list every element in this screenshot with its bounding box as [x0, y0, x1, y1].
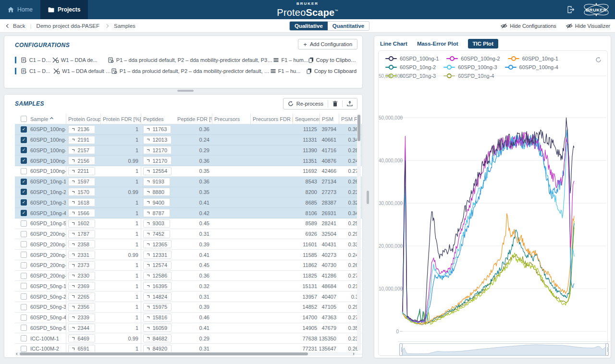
- navigator-right-handle[interactable]: [605, 343, 609, 356]
- row-checkbox[interactable]: [21, 252, 27, 258]
- table-row[interactable]: ✓60SPD_100ng-321571121700.2911390417160.…: [15, 146, 362, 156]
- table-row[interactable]: 60SPD_200ng-323310.99123310.411158540273…: [15, 250, 362, 260]
- column-header-sequences[interactable]: Sequences: [293, 114, 320, 124]
- hide-configurations-button[interactable]: Hide Configurations: [501, 23, 556, 29]
- protein-groups-expand-chip[interactable]: 6469: [68, 334, 95, 342]
- peptides-expand-chip[interactable]: 12170: [143, 146, 172, 154]
- tab-mass-error-plot[interactable]: Mass-Error Plot: [417, 39, 458, 49]
- row-checkbox[interactable]: [21, 220, 27, 227]
- row-checkbox[interactable]: ✓: [21, 126, 27, 133]
- protein-groups-expand-chip[interactable]: 2136: [68, 125, 95, 133]
- protein-groups-expand-chip[interactable]: 1597: [68, 178, 95, 186]
- logout-icon[interactable]: [567, 6, 576, 13]
- table-row[interactable]: 60SPD_50ng-323561159750.3914852471050.29: [15, 302, 362, 313]
- protein-groups-expand-chip[interactable]: 2156: [68, 157, 95, 165]
- protein-groups-expand-chip[interactable]: 2369: [68, 282, 95, 290]
- table-row[interactable]: 60SPD_200ng-11787174520.316926325040.29: [15, 229, 362, 240]
- panel-resize-handle-horizontal[interactable]: [177, 90, 194, 92]
- export-samples-button[interactable]: [343, 98, 357, 109]
- copy-to-clipboard-button[interactable]: Copy to Clipboard: [307, 68, 357, 74]
- table-row[interactable]: 60SPD_200ng-523301125860.3611825412860.2…: [15, 271, 362, 281]
- table-row[interactable]: 60SPD_50ng-423391158160.4614700473630.27: [15, 313, 362, 323]
- row-checkbox[interactable]: [21, 262, 27, 268]
- row-checkbox[interactable]: ✓: [21, 158, 27, 164]
- column-header-precursors[interactable]: Precursors: [212, 114, 250, 124]
- protein-groups-expand-chip[interactable]: 2344: [68, 324, 95, 332]
- column-header-protein-groups[interactable]: Protein Groups: [66, 114, 100, 124]
- peptides-expand-chip[interactable]: 12365: [143, 240, 172, 248]
- protein-groups-expand-chip[interactable]: 2331: [68, 251, 95, 259]
- table-vertical-scrollbar[interactable]: [357, 114, 361, 351]
- protein-groups-expand-chip[interactable]: 2339: [68, 314, 95, 322]
- peptides-expand-chip[interactable]: 12586: [143, 272, 172, 280]
- column-header-psm[interactable]: PSM: [320, 114, 339, 124]
- peptides-expand-chip[interactable]: 8880: [143, 188, 170, 196]
- peptides-expand-chip[interactable]: 16395: [143, 282, 172, 290]
- peptides-expand-chip[interactable]: 9193: [143, 178, 170, 186]
- column-header-protein-fdr-[interactable]: Protein FDR [%]: [100, 114, 141, 124]
- configuration-row[interactable]: C1 – DD...W1 – DDA de...P1 – dda proluci…: [15, 54, 357, 65]
- table-row[interactable]: ✓60SPD_100ng-121361117630.3611125397940.…: [15, 124, 362, 135]
- configuration-row[interactable]: C1 – D...W1 – DDA default tem...P1 – dda…: [15, 65, 357, 76]
- navigator-left-handle[interactable]: [399, 343, 403, 356]
- protein-groups-expand-chip[interactable]: 2373: [68, 261, 95, 269]
- row-checkbox[interactable]: [21, 293, 27, 300]
- table-row[interactable]: ✓60SPD_100ng-221911120130.2411331406610.…: [15, 135, 362, 146]
- column-header-precursors-fdr-[interactable]: Precursors FDR [%]: [250, 114, 293, 124]
- peptides-expand-chip[interactable]: 12013: [143, 136, 172, 144]
- row-checkbox[interactable]: [21, 168, 27, 174]
- peptides-expand-chip[interactable]: 9303: [143, 219, 170, 228]
- copy-to-clipboard-button[interactable]: Copy to Clipboard: [308, 57, 357, 63]
- add-configuration-button[interactable]: + Add Configuration: [298, 39, 357, 49]
- qualitative-toggle[interactable]: Qualitative: [290, 22, 328, 30]
- row-checkbox[interactable]: ✓: [21, 210, 27, 216]
- scroll-left-arrow-icon[interactable]: [14, 352, 17, 355]
- row-checkbox[interactable]: ✓: [21, 137, 27, 143]
- protein-groups-expand-chip[interactable]: 1602: [68, 219, 95, 228]
- row-checkbox[interactable]: ✓: [21, 189, 27, 195]
- row-checkbox[interactable]: ✓: [21, 199, 27, 206]
- table-row[interactable]: ✓60SPD_100ng-421560.99121700.36113514087…: [15, 156, 362, 166]
- row-checkbox[interactable]: [21, 346, 27, 352]
- table-row[interactable]: 60SPD_200ng-423731125740.4511862407300.2…: [15, 260, 362, 271]
- table-row[interactable]: 60SPD_50ng-523441160590.4114905476790.35: [15, 323, 362, 334]
- table-horizontal-scrollbar[interactable]: [15, 352, 356, 356]
- table-row[interactable]: ✓60SPD_10ng-215700.9988800.358200272730.…: [15, 187, 362, 198]
- peptides-expand-chip[interactable]: 12574: [143, 261, 172, 269]
- table-row[interactable]: ✓60SPD_10ng-31618194000.418685283870.32: [15, 197, 362, 208]
- peptides-expand-chip[interactable]: 8787: [143, 209, 170, 217]
- row-checkbox[interactable]: [21, 315, 27, 321]
- quantitative-toggle[interactable]: Quantitative: [328, 22, 369, 30]
- column-header-sample[interactable]: Sample: [28, 114, 66, 124]
- table-row[interactable]: 60SPD_50ng-123691163950.3215131486840.21: [15, 281, 362, 291]
- row-checkbox[interactable]: [21, 241, 27, 247]
- row-checkbox[interactable]: ✓: [21, 179, 27, 185]
- table-row[interactable]: ✓60SPD_10ng-11597191930.368543271340.26: [15, 177, 362, 187]
- row-checkbox[interactable]: [21, 231, 27, 237]
- tab-line-chart[interactable]: Line Chart: [380, 39, 407, 49]
- peptides-expand-chip[interactable]: 12554: [143, 167, 172, 175]
- row-checkbox[interactable]: [21, 283, 27, 289]
- panel-resize-handle-vertical[interactable]: [367, 191, 369, 204]
- hide-visualizer-button[interactable]: Hide Visualizer: [566, 23, 610, 29]
- protein-groups-expand-chip[interactable]: 1618: [68, 198, 95, 206]
- peptides-expand-chip[interactable]: 84682: [143, 334, 172, 342]
- peptides-expand-chip[interactable]: 15816: [143, 314, 172, 322]
- protein-groups-expand-chip[interactable]: 2265: [68, 292, 95, 301]
- select-all-checkbox[interactable]: [21, 116, 27, 122]
- chart-navigator[interactable]: [401, 343, 607, 356]
- delete-samples-button[interactable]: [328, 98, 342, 109]
- vertical-scroll-thumb[interactable]: [357, 115, 360, 141]
- protein-groups-expand-chip[interactable]: 1787: [68, 230, 95, 238]
- table-row[interactable]: 60SPD_50ng-222651148240.3113957404070.3: [15, 291, 362, 302]
- protein-groups-expand-chip[interactable]: 2330: [68, 272, 95, 280]
- tab-tic-plot[interactable]: TIC Plot: [468, 39, 498, 49]
- row-checkbox[interactable]: ✓: [21, 147, 27, 153]
- row-checkbox[interactable]: [21, 325, 27, 331]
- peptides-expand-chip[interactable]: 9400: [143, 198, 170, 206]
- peptides-expand-chip[interactable]: 12170: [143, 157, 172, 165]
- protein-groups-expand-chip[interactable]: 2191: [68, 136, 95, 144]
- back-button[interactable]: Back: [7, 23, 25, 29]
- row-checkbox[interactable]: [21, 273, 27, 279]
- table-row[interactable]: 60SPD_10ng-51602193030.458589282410.25: [15, 218, 362, 229]
